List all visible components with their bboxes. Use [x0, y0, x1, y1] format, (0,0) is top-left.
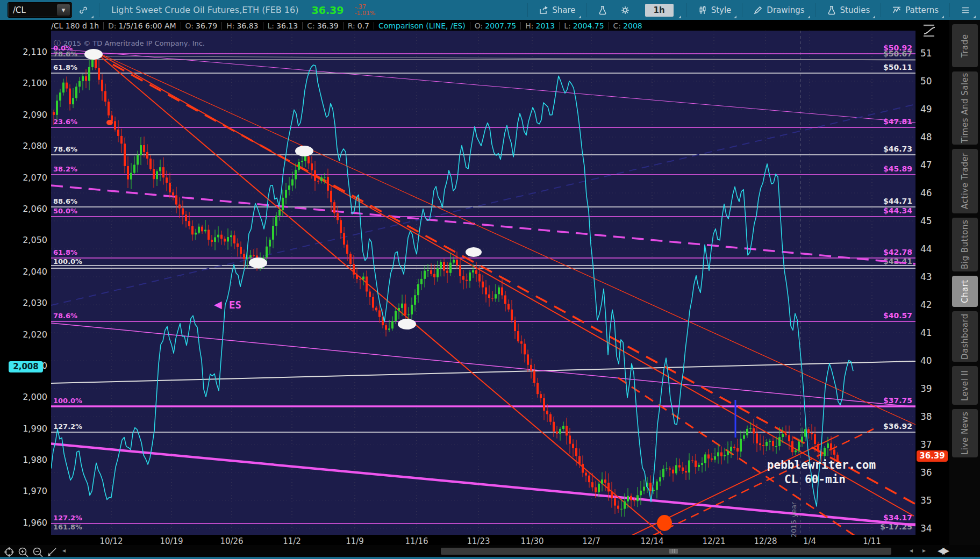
studies-button[interactable]: Studies [820, 0, 877, 20]
pencil-icon [753, 5, 763, 15]
onDemand-button[interactable] [591, 0, 614, 20]
scroll-left-icon[interactable]: ◂ [910, 547, 913, 554]
header-divider [263, 22, 263, 30]
fib-left-label: 88.6% [53, 197, 77, 205]
fib-left-label: 38.2% [53, 165, 77, 173]
sidebar-tab-times-and-sales[interactable]: Times And Sales [952, 71, 978, 145]
right-axis-tick: 37 [920, 439, 947, 450]
last-price: 36.39 [306, 4, 349, 16]
header-divider [374, 22, 374, 30]
timeframe-value: 1h [645, 4, 674, 17]
right-axis-tick: 46 [920, 188, 947, 198]
sidebar-tab-dashboard[interactable]: Dashboard [952, 311, 978, 362]
right-axis-tick: 36 [920, 467, 947, 478]
fib-right-label: $50.67 [883, 49, 912, 58]
symbol-value[interactable]: /CL [8, 5, 57, 15]
header-divider [520, 22, 521, 30]
header-divider [221, 22, 222, 30]
es-series-label: ES [229, 299, 241, 311]
toolbar-left-group: /CL ▼ Light Sweet Crude Oil Futures,ETH … [0, 0, 381, 20]
ohlc-field: C:2008 [613, 22, 642, 30]
sidebar-tab-trade[interactable]: Trade [952, 24, 978, 67]
fib-left-label: 127.2% [53, 514, 82, 522]
chart-settings-button[interactable] [614, 0, 636, 20]
toolbar-separator [99, 3, 99, 17]
sidebar-tab-live-news[interactable]: Live News [952, 409, 978, 457]
fast-forward-icon[interactable]: ◀▶ [938, 545, 947, 556]
right-axis-tick: 42 [920, 299, 947, 310]
right-axis-tick: 44 [920, 243, 947, 254]
symbol-input[interactable]: /CL ▼ [8, 2, 72, 18]
fib-left-label: 161.8% [53, 523, 82, 531]
signal-dot [106, 120, 113, 125]
scroll-right-icon[interactable]: ▸ [922, 547, 926, 554]
right-axis-tick: 47 [920, 160, 947, 170]
watermark-line2: CL 60-min [784, 473, 846, 486]
zoom-out-icon[interactable] [32, 546, 44, 558]
drawer-collapse-icon[interactable]: ◂ [62, 547, 66, 554]
gadget-sidebar: TradeTimes And SalesActive TraderBig But… [949, 20, 980, 549]
fib-right-label: $47.81 [883, 117, 912, 126]
chart-menu-button[interactable] [954, 0, 977, 20]
fib-left-label: 61.8% [53, 248, 77, 256]
style-button[interactable]: Style [691, 0, 738, 20]
share-button[interactable]: Share [532, 0, 582, 20]
right-axis-tick: 39 [920, 383, 947, 394]
ohlc-field: H:2013 [525, 22, 555, 30]
zoom-in-icon[interactable] [17, 546, 29, 558]
header-divider [181, 22, 181, 30]
drawing-tool-icon[interactable] [46, 546, 58, 558]
fit-scale-icon[interactable] [920, 23, 939, 39]
patterns-button[interactable]: Patterns [885, 0, 945, 20]
ohlc-field: C:36.39 [307, 22, 339, 30]
gridlines [51, 31, 915, 535]
highlight-ellipse [295, 146, 313, 156]
fib-left-label: 100.0% [53, 257, 82, 266]
left-axis-tick: 2,090 [0, 110, 47, 120]
link-symbol-button[interactable] [72, 0, 95, 20]
info-icon[interactable]: ⓘ [54, 39, 61, 47]
time-scrollbar[interactable] [441, 548, 891, 555]
fib-left-label: 61.8% [53, 63, 77, 71]
drawings-button[interactable]: Drawings [747, 0, 811, 20]
signal-dot [657, 515, 672, 531]
chart-canvas[interactable]: 0.0%$50.9278.6%$50.6761.8%$50.1123.6%$47… [0, 0, 980, 559]
plot-background [51, 31, 915, 535]
sidebar-tab-chart[interactable]: Chart [952, 276, 978, 307]
scrollbar-handle[interactable] [669, 549, 678, 554]
share-icon [539, 5, 548, 15]
toolbar-separator [881, 3, 881, 17]
left-axis-tick: 1,970 [0, 486, 47, 496]
comparison-title: Comparison (LINE, /ES) [378, 22, 466, 30]
fib-left-label: 0.0% [53, 44, 73, 52]
symbol-dropdown-button[interactable]: ▼ [57, 4, 70, 16]
sidebar-tab-level-ii[interactable]: Level II [952, 366, 978, 405]
sidebar-tab-big-buttons[interactable]: Big Buttons [952, 218, 978, 271]
right-axis-tick: 40 [920, 355, 947, 366]
cl-last-price-bubble: 36.39 [917, 450, 948, 462]
trendlines [48, 48, 957, 559]
left-axis-tick: 2,080 [0, 141, 47, 151]
ohlc-header: /CL 180 d 1hD:1/5/16 6:00 AMO:36.79H:36.… [0, 20, 980, 31]
right-axis-tick: 34 [920, 523, 947, 534]
chart-toolbar: /CL ▼ Light Sweet Crude Oil Futures,ETH … [0, 0, 980, 20]
toolbar-separator [527, 3, 528, 17]
left-axis-tick: 2,070 [0, 173, 47, 183]
toolbar-separator [686, 3, 687, 17]
fib-right-label: $45.89 [883, 164, 912, 173]
fib-right-label: $44.34 [883, 206, 912, 215]
timeframe-button[interactable]: 1h [636, 0, 682, 20]
fib-right-label: $50.11 [883, 63, 912, 71]
pan-tool-icon[interactable] [3, 546, 15, 558]
fib-right-label: $-17.25 [880, 522, 912, 531]
ohlc-field: H:36.83 [226, 22, 258, 30]
left-axis-tick: 2,060 [0, 204, 47, 214]
header-divider [302, 22, 303, 30]
fibonacci-levels: 0.0%$50.9278.6%$50.6761.8%$50.1123.6%$47… [51, 44, 915, 531]
fib-right-label: $42.41 [883, 257, 912, 266]
sidebar-tab-active-trader[interactable]: Active Trader [952, 149, 978, 213]
studies-label: Studies [840, 5, 870, 15]
right-axis-tick: 38 [920, 411, 947, 422]
dropdown-caret [678, 16, 681, 18]
left-axis-tick: 2,030 [0, 298, 47, 308]
